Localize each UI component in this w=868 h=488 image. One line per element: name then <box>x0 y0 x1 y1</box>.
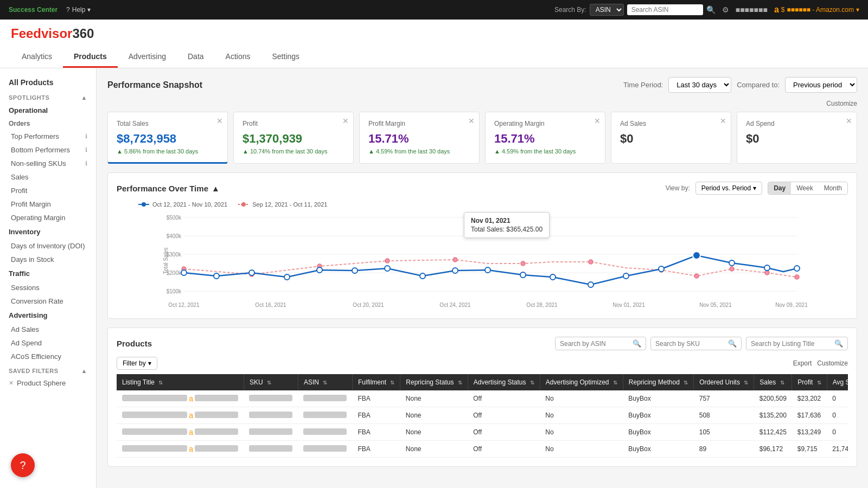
operating-margin-title: Operating Margin <box>494 120 596 127</box>
nav-advertising[interactable]: Advertising <box>118 47 177 68</box>
svg-text:Total Sales: Total Sales <box>163 248 169 274</box>
sidebar-item-profit[interactable]: Profit <box>0 184 96 197</box>
cell-advertising-status: Off <box>468 441 540 458</box>
cell-repricing-status: None <box>400 407 468 424</box>
search-listing-icon: 🔍 <box>834 339 843 348</box>
profit-value: $1,370,939 <box>242 132 344 146</box>
search-listing-input[interactable] <box>751 340 832 348</box>
ad-sales-card-title: Ad Sales <box>620 120 722 127</box>
cell-avg-sales-rank: 0 <box>827 424 848 441</box>
search-asin-container: 🔍 <box>555 337 646 350</box>
sidebar-item-bottom-performers[interactable]: Bottom Performers ℹ <box>0 143 96 157</box>
cell-advertising-optimized: No <box>540 441 623 458</box>
svg-point-18 <box>385 259 390 263</box>
col-sku[interactable]: SKU ⇅ <box>244 374 298 390</box>
top-bar-right: Search By: ASIN 🔍 ⚙ ■■■■■■■ a $ ■■■■■■ -… <box>554 4 859 16</box>
nav-actions[interactable]: Actions <box>215 47 261 68</box>
col-repricing-method[interactable]: Repricing Method ⇅ <box>623 374 693 390</box>
legend-item-current: Oct 12, 2021 - Nov 10, 2021 <box>138 201 227 208</box>
sidebar-item-non-selling-skus[interactable]: Non-selling SKUs ℹ <box>0 157 96 170</box>
col-advertising-optimized[interactable]: Advertising Optimized ⇅ <box>540 374 623 390</box>
col-ordered-units[interactable]: Ordered Units ⇅ <box>694 374 754 390</box>
col-repricing-status[interactable]: Repricing Status ⇅ <box>400 374 468 390</box>
col-avg-sales-rank[interactable]: Avg Sales Rank ⇅ <box>827 374 848 390</box>
nav-products[interactable]: Products <box>63 47 118 68</box>
sidebar-item-profit-margin[interactable]: Profit Margin <box>0 197 96 211</box>
top-search-input[interactable] <box>627 4 703 15</box>
sidebar-item-sessions[interactable]: Sessions <box>0 281 96 294</box>
amazon-badge-icon: a <box>189 445 193 453</box>
search-icon[interactable]: 🔍 <box>706 5 716 14</box>
legend-line-current <box>138 202 149 207</box>
cell-sku <box>244 424 298 441</box>
remove-filter-icon[interactable]: ✕ <box>9 380 14 387</box>
sidebar-all-products[interactable]: All Products <box>0 75 96 90</box>
cell-ordered-units: 757 <box>694 390 754 407</box>
total-sales-value: $8,723,958 <box>117 132 219 146</box>
snapshot-customize-link[interactable]: Customize <box>826 100 857 107</box>
sidebar-saved-filters-header[interactable]: SAVED FILTERS ▲ <box>0 363 96 376</box>
sidebar-item-days-in-stock[interactable]: Days in Stock <box>0 253 96 266</box>
cell-listing-title: a <box>117 424 244 441</box>
period-select-button[interactable]: Period vs. Period ▾ <box>695 182 762 195</box>
sidebar-spotlights-header[interactable]: SPOTLIGHTS ▲ <box>0 90 96 103</box>
svg-point-30 <box>284 274 290 280</box>
profit-margin-close-btn[interactable]: ✕ <box>468 117 475 125</box>
settings-icon[interactable]: ⚙ <box>722 5 729 14</box>
sidebar-item-ad-sales[interactable]: Ad Sales <box>0 323 96 336</box>
svg-text:Oct 20, 2021: Oct 20, 2021 <box>353 302 384 308</box>
sidebar-item-doi[interactable]: Days of Inventory (DOI) <box>0 239 96 253</box>
profit-close-btn[interactable]: ✕ <box>342 117 349 125</box>
export-button[interactable]: Export <box>793 359 812 367</box>
snapshot-header: Performance Snapshot Time Period: Last 3… <box>107 77 857 93</box>
ad-spend-close-btn[interactable]: ✕ <box>846 117 852 125</box>
search-asin-input[interactable] <box>560 340 630 348</box>
success-center-link[interactable]: Success Center <box>9 6 58 14</box>
products-header: Products 🔍 🔍 🔍 <box>117 337 848 350</box>
search-type-select[interactable]: ASIN <box>590 4 624 16</box>
cell-listing-title: a <box>117 441 244 458</box>
table-customize-button[interactable]: Customize <box>817 359 848 367</box>
nav-settings[interactable]: Settings <box>261 47 310 68</box>
nav-data[interactable]: Data <box>177 47 215 68</box>
cell-asin <box>298 407 352 424</box>
sidebar-item-top-performers[interactable]: Top Performers ℹ <box>0 130 96 143</box>
time-range-month-btn[interactable]: Month <box>819 182 847 194</box>
sidebar-inventory-title: Inventory <box>0 224 96 239</box>
cell-advertising-optimized: No <box>540 407 623 424</box>
nav-analytics[interactable]: Analytics <box>11 47 63 68</box>
time-period-select[interactable]: Last 30 days <box>668 77 731 93</box>
col-advertising-status[interactable]: Advertising Status ⇅ <box>468 374 540 390</box>
help-button[interactable]: ? Help ▾ <box>66 6 91 14</box>
time-range-week-btn[interactable]: Week <box>791 182 818 194</box>
search-sku-input[interactable] <box>655 340 726 348</box>
sidebar-item-conversion-rate[interactable]: Conversion Rate <box>0 294 96 308</box>
sidebar-traffic-title: Traffic <box>0 266 96 281</box>
sidebar-item-operating-margin[interactable]: Operating Margin <box>0 211 96 224</box>
svg-text:$400k: $400k <box>167 233 182 239</box>
compared-to-select[interactable]: Previous period <box>785 77 857 93</box>
time-range-day-btn[interactable]: Day <box>768 182 791 194</box>
operating-margin-close-btn[interactable]: ✕ <box>594 117 601 125</box>
ad-spend-value: $0 <box>746 132 848 146</box>
amazon-badge-icon: a <box>189 394 193 403</box>
col-asin[interactable]: ASIN ⇅ <box>298 374 352 390</box>
chat-widget-button[interactable]: ? <box>11 453 35 477</box>
metric-card-operating-margin: ✕ Operating Margin 15.71% ▲ 4.59% from t… <box>485 112 605 164</box>
col-profit[interactable]: Profit ⇅ <box>792 374 827 390</box>
table-row: a FBA None Off No BuyBox 508 $135,200 $1… <box>117 407 848 424</box>
sidebar-item-ad-spend[interactable]: Ad Spend <box>0 336 96 350</box>
pot-title[interactable]: Performance Over Time ▲ <box>117 184 220 193</box>
sidebar-item-acos[interactable]: ACoS Efficiency <box>0 350 96 363</box>
top-performers-info-icon: ℹ <box>85 133 87 140</box>
cell-repricing-status: None <box>400 390 468 407</box>
ad-sales-close-btn[interactable]: ✕ <box>720 117 726 125</box>
cell-avg-sales-rank: 0 <box>827 390 848 407</box>
sidebar-saved-product-sphere[interactable]: ✕ Product Sphere <box>0 376 96 390</box>
col-listing-title[interactable]: Listing Title ⇅ <box>117 374 244 390</box>
col-sales[interactable]: Sales ⇅ <box>754 374 792 390</box>
total-sales-close-btn[interactable]: ✕ <box>216 117 223 125</box>
col-fulfillment[interactable]: Fulfilment ⇅ <box>352 374 400 390</box>
sidebar-item-sales[interactable]: Sales <box>0 170 96 184</box>
filter-by-button[interactable]: Filter by ▾ <box>117 357 157 370</box>
